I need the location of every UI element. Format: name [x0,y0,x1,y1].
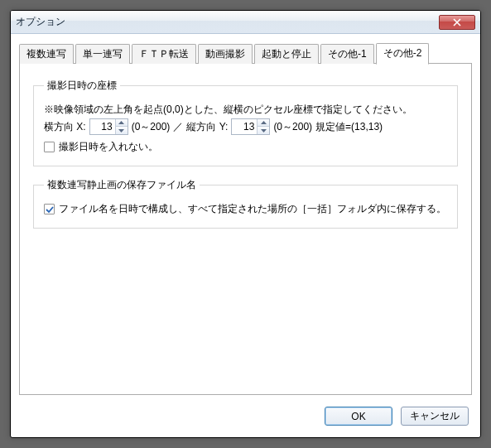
checkbox-label: 撮影日時を入れない。 [59,140,158,154]
y-spinner[interactable] [231,118,270,135]
checkbox-box [44,142,55,152]
filename-datetime-checkbox[interactable]: ファイル名を日時で構成し、すべて指定された場所の［一括］フォルダ内に保存する。 [44,202,446,216]
client-area: 複数連写 単一連写 ＦＴＰ転送 動画撮影 起動と停止 その他-1 その他-2 撮… [19,44,472,393]
tab-strip: 複数連写 単一連写 ＦＴＰ転送 動画撮影 起動と停止 その他-1 その他-2 [19,44,472,64]
tab-multi-burst[interactable]: 複数連写 [19,44,74,64]
check-icon [46,205,54,214]
tab-ftp[interactable]: ＦＴＰ転送 [132,44,196,64]
checkbox-row: 撮影日時を入れない。 [44,140,447,154]
x-spinner[interactable] [89,118,128,135]
chevron-up-icon [261,121,267,124]
dialog-footer: OK キャンセル [325,407,469,426]
chevron-down-icon [118,129,124,132]
chevron-down-icon [261,129,267,132]
y-input[interactable] [232,119,257,134]
checkbox-label: ファイル名を日時で構成し、すべて指定された場所の［一括］フォルダ内に保存する。 [59,202,446,216]
window-title: オプション [16,15,65,29]
tab-other2[interactable]: その他-2 [376,43,430,65]
y-label: 縦方向 Y: [186,120,228,134]
dialog: オプション 複数連写 単一連写 ＦＴＰ転送 動画撮影 起動と停止 その他-1 そ… [10,10,481,438]
x-input[interactable] [90,119,115,134]
tab-other1[interactable]: その他-1 [320,44,374,64]
coords-row: 横方向 X: (0～200) ／ 縦方向 Y: [44,118,447,135]
spin-up[interactable] [258,119,269,127]
tab-panel: 撮影日時の座標 ※映像領域の左上角を起点(0,0)とした、縦横のピクセル座標で指… [19,63,472,395]
tab-single-burst[interactable]: 単一連写 [75,44,130,64]
coord-sep: ／ [173,120,183,134]
group-legend: 撮影日時の座標 [44,79,120,93]
spinner-buttons [257,119,269,134]
no-datetime-checkbox[interactable]: 撮影日時を入れない。 [44,140,158,154]
x-range: (0～200) [132,120,171,134]
titlebar: オプション [11,11,480,34]
spin-down[interactable] [258,127,269,134]
group-datetime-coords: 撮影日時の座標 ※映像領域の左上角を起点(0,0)とした、縦横のピクセル座標で指… [33,79,458,166]
default-text: 規定値=(13,13) [315,120,383,134]
close-button[interactable] [439,15,475,30]
note-text: ※映像領域の左上角を起点(0,0)とした、縦横のピクセル座標で指定してください。 [44,103,447,117]
chevron-up-icon [118,121,124,124]
group-legend: 複数連写静止画の保存ファイル名 [44,178,200,192]
tab-startstop[interactable]: 起動と停止 [254,44,319,64]
spinner-buttons [115,119,128,134]
ok-button[interactable]: OK [325,407,392,426]
checkbox-row: ファイル名を日時で構成し、すべて指定された場所の［一括］フォルダ内に保存する。 [44,202,447,216]
checkbox-box [44,204,55,214]
group-filename: 複数連写静止画の保存ファイル名 ファイル名を日時で構成し、すべて指定された場所の… [33,178,458,229]
tab-video[interactable]: 動画撮影 [198,44,253,64]
spin-up[interactable] [116,119,128,127]
close-icon [453,18,461,26]
cancel-button[interactable]: キャンセル [401,407,469,426]
x-label: 横方向 X: [44,120,86,134]
y-range: (0～200) [273,120,312,134]
spin-down[interactable] [116,127,128,134]
